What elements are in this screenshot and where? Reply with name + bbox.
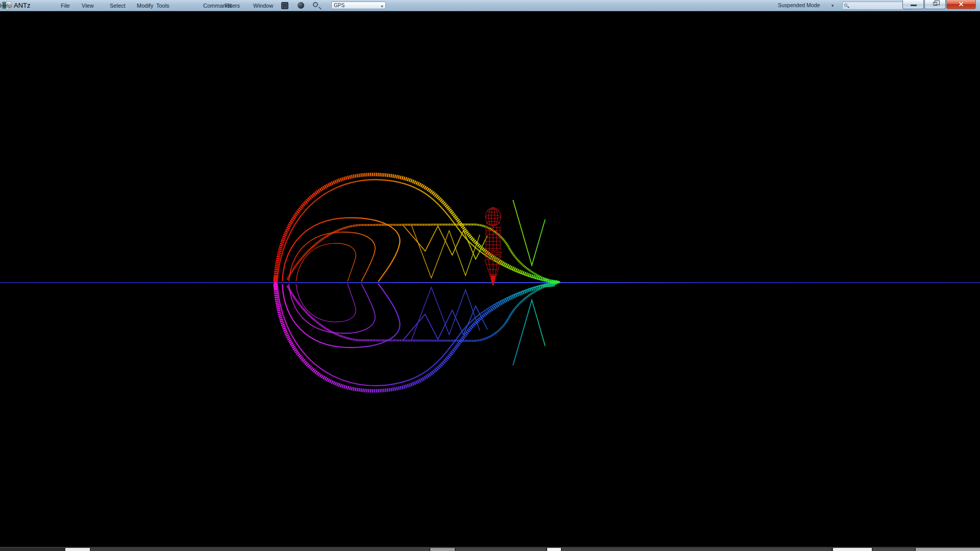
menu-file[interactable]: File (61, 3, 70, 9)
menu-window[interactable]: Window (253, 3, 273, 9)
taskbar-button[interactable] (547, 548, 561, 551)
zoom-icon[interactable] (313, 2, 318, 7)
taskbar-button[interactable] (65, 548, 90, 551)
wireframe-node-object[interactable] (484, 208, 502, 286)
title-search-box[interactable] (842, 2, 912, 10)
search-icon (844, 4, 847, 7)
menu-tools[interactable]: Tools (156, 3, 169, 9)
taskbar-strip[interactable] (0, 547, 980, 551)
title-bar: ANTz File View Select Modify Tools Comma… (0, 0, 980, 11)
menu-help[interactable]: Help (0, 3, 12, 9)
taskbar-button[interactable] (430, 548, 455, 551)
window-controls: ✕ (902, 0, 976, 9)
taskbar-button[interactable] (873, 548, 915, 551)
chevron-down-icon: ▼ (830, 4, 835, 8)
trail-endpoints (274, 275, 561, 291)
menu-modify[interactable]: Modify (137, 3, 153, 9)
grid-icon[interactable] (281, 2, 288, 9)
minimize-icon (911, 5, 917, 6)
menu-view[interactable]: View (82, 3, 94, 9)
restore-icon (933, 2, 937, 6)
taskbar-button[interactable] (833, 548, 872, 551)
taskbar-button[interactable] (916, 548, 980, 551)
viewport-3d-scene[interactable] (0, 11, 980, 547)
menu-filters[interactable]: Filters (225, 3, 240, 9)
window-title: ANTz (14, 2, 31, 9)
taskbar-button[interactable] (456, 548, 546, 551)
restore-button[interactable] (924, 0, 946, 9)
minimize-button[interactable] (902, 0, 924, 9)
trails-top (275, 174, 556, 283)
search-input[interactable] (850, 2, 910, 9)
chevron-down-icon: ▼ (380, 4, 384, 10)
trails-bottom (275, 283, 556, 391)
close-icon: ✕ (947, 1, 975, 8)
toolbar-combo[interactable]: GPS ▼ (331, 2, 386, 9)
particle-trails-svg (0, 11, 980, 547)
sphere-icon[interactable] (298, 2, 304, 9)
mode-dropdown[interactable]: Suspended Mode ▼ (778, 2, 835, 8)
taskbar-button[interactable] (562, 548, 831, 551)
close-button[interactable]: ✕ (946, 0, 976, 9)
toolbar-combo-value: GPS (334, 3, 345, 8)
taskbar-button[interactable] (90, 548, 429, 551)
mode-dropdown-label: Suspended Mode (778, 2, 820, 8)
menu-select[interactable]: Select (110, 3, 126, 9)
